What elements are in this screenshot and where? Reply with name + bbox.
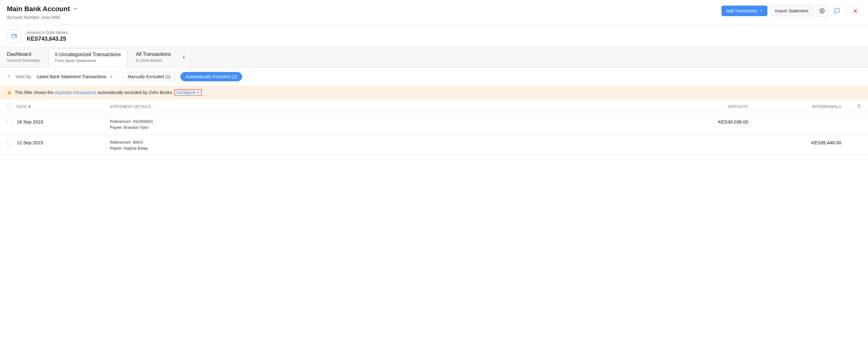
row-checkbox-cell (7, 140, 17, 146)
svg-point-1 (836, 10, 836, 10)
column-withdrawals[interactable]: WITHDRAWALS (748, 105, 841, 109)
add-transaction-label: Add Transaction (726, 8, 757, 13)
column-date[interactable]: DATE (17, 105, 110, 109)
svg-line-15 (860, 107, 861, 108)
account-dropdown-icon[interactable] (73, 6, 78, 12)
duplicate-transactions-link[interactable]: duplicate transactions (55, 90, 97, 95)
wallet-icon (10, 33, 18, 39)
summary-label: Amount in Zoho Books (27, 30, 68, 35)
close-button[interactable] (849, 5, 861, 17)
tabs-row: Dashboard Account Summary 6 Uncategorize… (0, 47, 868, 68)
chat-button[interactable] (831, 5, 843, 17)
row-reference: Reference#: INV000001 (110, 119, 655, 124)
chat-icon (834, 8, 840, 14)
tab-all-title: All Transactions (136, 51, 171, 57)
summary-text: Amount in Zoho Books KES743,643.25 (27, 30, 68, 42)
row-checkbox-cell (7, 119, 17, 125)
svg-rect-9 (9, 92, 9, 93)
uncategorized-count: 6 (55, 52, 58, 57)
row-payee: Payee: Brandon Tylor (110, 125, 655, 130)
header-left: Main Bank Account Account Number: xxxx78… (7, 5, 78, 20)
select-all-cell (7, 104, 17, 109)
tab-uncategorized[interactable]: 6 Uncategorized Transactions From Bank S… (49, 48, 127, 67)
row-date: 18 Sep 2023 (17, 119, 110, 125)
title-row: Main Bank Account (7, 5, 78, 13)
row-payee: Payee: Nagma Balay (110, 146, 655, 150)
search-icon (857, 104, 861, 108)
tab-all-sub: In Zoho Books (136, 58, 171, 63)
row-details: Reference#: INV000001 Payee: Brandon Tyl… (110, 119, 655, 130)
view-by-label: View By: (16, 74, 32, 79)
row-checkbox[interactable] (7, 140, 12, 145)
divider (118, 73, 118, 80)
configure-button[interactable]: Configure (175, 89, 202, 96)
summary-amount: KES743,643.25 (27, 36, 68, 42)
row-reference: Reference#: Bill#3 (110, 140, 655, 145)
row-details: Reference#: Bill#3 Payee: Nagma Balay (110, 140, 655, 150)
add-transaction-button[interactable]: Add Transaction (721, 6, 767, 16)
table-row[interactable]: 18 Sep 2023 Reference#: INV000001 Payee:… (0, 114, 868, 135)
view-by-dropdown[interactable]: Latest Bank Statement Transactions (37, 74, 113, 79)
svg-point-14 (858, 105, 860, 107)
gear-icon (819, 8, 825, 14)
view-by-value: Latest Bank Statement Transactions (37, 74, 106, 79)
tab-dashboard[interactable]: Dashboard Account Summary (7, 47, 46, 67)
svg-marker-12 (28, 105, 31, 106)
caret-down-icon (182, 56, 185, 59)
info-banner: This filter shows the duplicate transact… (0, 85, 868, 99)
tab-more-button[interactable] (177, 47, 191, 67)
import-statement-button[interactable]: Import Statement (771, 6, 813, 16)
filter-row: View By: Latest Bank Statement Transacti… (0, 68, 868, 85)
configure-link[interactable]: Configure (177, 90, 195, 95)
table-search-button[interactable] (857, 105, 861, 109)
page-title: Main Bank Account (7, 5, 70, 13)
column-details[interactable]: STATEMENT DETAILS (110, 105, 655, 109)
svg-point-0 (822, 10, 823, 12)
select-all-checkbox[interactable] (7, 104, 12, 109)
auto-excluded-pill[interactable]: Automatically Excluded (2) (180, 72, 243, 81)
tab-uncategorized-label: Uncategorized Transactions (59, 52, 121, 57)
tab-uncategorized-sub: From Bank Statements (55, 58, 121, 63)
tab-all-transactions[interactable]: All Transactions In Zoho Books (130, 47, 177, 67)
sort-icon (28, 105, 31, 109)
wallet-icon-box (7, 30, 22, 42)
tab-uncategorized-title: 6 Uncategorized Transactions (55, 52, 121, 58)
row-checkbox[interactable] (7, 119, 12, 124)
tab-dashboard-title: Dashboard (7, 51, 40, 57)
chevron-down-icon (760, 9, 763, 13)
close-icon (852, 8, 858, 14)
summary-row: Amount in Zoho Books KES743,643.25 (0, 25, 868, 47)
column-date-label: DATE (17, 105, 27, 109)
row-date: 12 Sep 2023 (17, 140, 110, 145)
svg-marker-13 (28, 107, 31, 108)
column-deposits[interactable]: DEPOSITS (655, 105, 748, 109)
play-icon (196, 91, 199, 94)
row-withdrawal: KES35,446.00 (748, 140, 841, 145)
back-button[interactable] (7, 74, 11, 79)
warning-icon (7, 90, 12, 95)
column-search (841, 104, 861, 109)
divider (846, 7, 846, 15)
tab-dashboard-sub: Account Summary (7, 58, 40, 63)
settings-button[interactable] (816, 5, 828, 17)
svg-point-7 (15, 36, 16, 37)
svg-rect-10 (9, 93, 9, 94)
row-deposit: KES34,038.00 (655, 119, 748, 125)
banner-prefix: This filter shows the (15, 90, 55, 95)
header-right: Add Transaction Import Statement (721, 5, 861, 17)
table-row[interactable]: 12 Sep 2023 Reference#: Bill#3 Payee: Na… (0, 135, 868, 156)
chevron-down-icon (109, 74, 113, 79)
account-number: Account Number: xxxx7890 (7, 15, 78, 20)
banner-text: This filter shows the duplicate transact… (15, 89, 202, 96)
manually-excluded-pill[interactable]: Manually Excluded (1) (122, 72, 176, 81)
table-header: DATE STATEMENT DETAILS DEPOSITS WITHDRAW… (0, 99, 868, 114)
svg-point-2 (837, 10, 837, 10)
svg-marker-8 (183, 57, 185, 58)
svg-point-3 (838, 10, 838, 10)
svg-marker-11 (197, 92, 199, 93)
banner-suffix: automatically excluded by Zoho Books. (97, 90, 173, 95)
page-header: Main Bank Account Account Number: xxxx78… (0, 0, 868, 25)
